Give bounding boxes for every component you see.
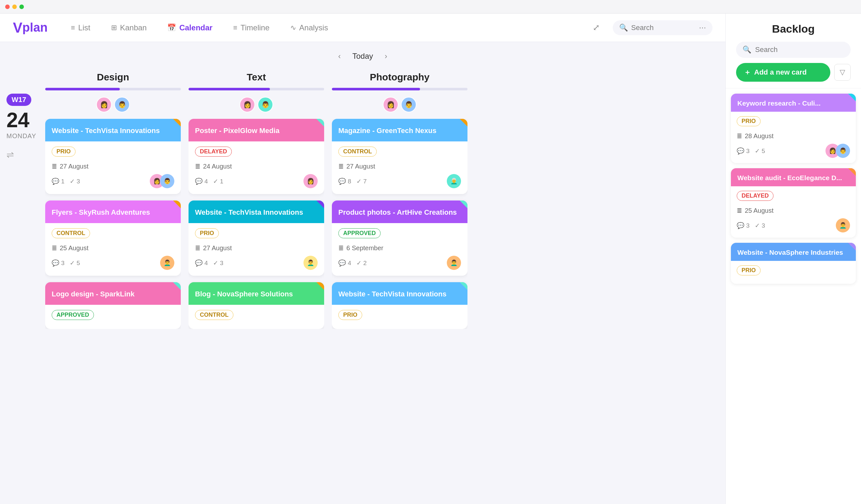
card-website-techvista-photo[interactable]: Website - TechVista Innovations PRIO [332, 282, 467, 329]
nav-timeline[interactable]: ≡ Timeline [229, 21, 273, 35]
nav-search-input[interactable] [631, 24, 696, 32]
comment-count: 💬 3 [737, 147, 750, 155]
avatar: 👨‍🦱 [836, 218, 850, 232]
card-stats: 💬 3 ✓ 3 [737, 222, 765, 229]
backlog-title: Backlog [736, 23, 851, 35]
backlog-search-wrap[interactable]: 🔍 [736, 42, 851, 58]
card-date: ≣ 24 August [195, 162, 318, 170]
date-text: 27 August [203, 244, 232, 252]
card-avatars: 👩 [303, 174, 318, 188]
column-text: Text 👩 👨 Poster - PixelGlow Media [189, 68, 324, 498]
card-header: Website - TechVista Innovations [189, 201, 324, 223]
comment-count: 💬 1 [52, 178, 65, 185]
column-design-header: Design [45, 68, 181, 88]
plus-icon: ＋ [744, 67, 751, 77]
card-date: ≣ 27 August [52, 162, 174, 170]
backlog-card-body: PRIO ≣ 28 August 💬 3 ✓ 5 👩 👨 [731, 112, 856, 163]
progress-fill-text [189, 88, 270, 91]
card-footer: 💬 4 ✓ 2 👨‍🦱 [338, 256, 461, 270]
card-website-techvista-text[interactable]: Website - TechVista Innovations PRIO ≣ 2… [189, 201, 324, 276]
progress-fill-photo [332, 88, 420, 91]
card-date: ≣ 25 August [737, 207, 850, 214]
column-text-avatars: 👩 👨 [189, 97, 324, 112]
backlog-card-header: Website audit - EcoElegance D... [731, 168, 856, 186]
date-text: 6 September [346, 244, 384, 252]
card-header: Blog - NovaSphere Solutions [189, 282, 324, 305]
badge-delayed: DELAYED [195, 147, 232, 156]
main-area: V plan ≡ List ⊞ Kanban 📅 Calendar ≡ Time… [0, 14, 725, 504]
card-product-arthive[interactable]: Product photos - ArtHive Creations APPRO… [332, 201, 467, 276]
backlog-card-title: Website - NovaSphere Industries [737, 249, 843, 256]
nav-timeline-label: Timeline [241, 23, 270, 32]
card-stats: 💬 8 ✓ 7 [338, 178, 367, 185]
card-magazine-greentech[interactable]: Magazine - GreenTech Nexus CONTROL ≣ 27 … [332, 119, 467, 194]
list-icon: ≡ [71, 24, 75, 32]
comment-count: 💬 4 [195, 259, 208, 267]
card-corner [848, 168, 856, 176]
column-design-cards: Website - TechVista Innovations PRIO ≣ 2… [45, 119, 181, 329]
prev-date-btn[interactable]: ‹ [334, 50, 344, 63]
column-text-header: Text [189, 68, 324, 88]
date-text: 24 August [203, 163, 232, 170]
card-corner [316, 282, 324, 290]
search-icon: 🔍 [619, 24, 628, 32]
card-blog-novasphere[interactable]: Blog - NovaSphere Solutions CONTROL [189, 282, 324, 329]
card-date: ≣ 27 August [338, 162, 461, 170]
shuffle-icon[interactable]: ⇌ [6, 149, 14, 160]
backlog-header: Backlog 🔍 ＋ Add a new card ▽ [726, 14, 861, 88]
card-footer: 💬 4 ✓ 3 👨‍🦱 [195, 256, 318, 270]
card-poster-pixelglow[interactable]: Poster - PixelGlow Media DELAYED ≣ 24 Au… [189, 119, 324, 194]
backlog-actions: ＋ Add a new card ▽ [736, 63, 851, 82]
next-date-btn[interactable]: › [381, 50, 391, 63]
card-corner [460, 282, 467, 290]
card-logo-sparklink[interactable]: Logo design - SparkLink APPROVED [45, 282, 181, 329]
nav-calendar[interactable]: 📅 Calendar [163, 21, 216, 35]
check-count: ✓ 7 [356, 178, 367, 185]
nav-list[interactable]: ≡ List [67, 21, 94, 35]
expand-icon[interactable]: ⤢ [593, 23, 600, 32]
avatar: 👩 [96, 97, 112, 112]
card-corner [460, 119, 467, 126]
backlog-card-website-audit[interactable]: Website audit - EcoElegance D... DELAYED… [731, 168, 856, 237]
date-text: 27 August [60, 163, 88, 170]
card-title: Product photos - ArtHive Creations [338, 208, 457, 217]
column-photography-avatars: 👩 👨 [332, 97, 467, 112]
nav-search-wrap[interactable]: 🔍 ⋯ [613, 21, 712, 35]
backlog-card-body: DELAYED ≣ 25 August 💬 3 ✓ 3 👨‍🦱 [731, 186, 856, 237]
card-avatars: 👨‍🦱 [836, 218, 850, 232]
card-corner [173, 119, 181, 126]
date-sidebar: W17 24 MONDAY ⇌ [6, 68, 45, 498]
badge-delayed: DELAYED [737, 191, 774, 201]
card-corner [316, 201, 324, 208]
maximize-dot[interactable] [19, 4, 24, 9]
filter-button[interactable]: ▽ [834, 64, 851, 81]
add-card-button[interactable]: ＋ Add a new card [736, 63, 830, 82]
nav-analysis[interactable]: ∿ Analysis [286, 21, 332, 35]
date-icon: ≣ [737, 132, 742, 140]
card-date: ≣ 27 August [195, 244, 318, 252]
backlog-card-website-novasphere[interactable]: Website - NovaSphere Industries PRIO [731, 243, 856, 284]
backlog-card-keyword-research[interactable]: Keyword research - Culi... PRIO ≣ 28 Aug… [731, 94, 856, 163]
card-website-techvista-design[interactable]: Website - TechVista Innovations PRIO ≣ 2… [45, 119, 181, 194]
nav-kanban[interactable]: ⊞ Kanban [107, 21, 151, 35]
card-title: Flyers - SkyRush Adventures [52, 208, 150, 217]
card-header: Website - TechVista Innovations [332, 282, 467, 305]
card-stats: 💬 4 ✓ 3 [195, 259, 223, 267]
logo[interactable]: V plan [13, 20, 47, 36]
close-dot[interactable] [5, 4, 10, 9]
card-header: Flyers - SkyRush Adventures [45, 201, 181, 223]
badge-prio: PRIO [737, 265, 761, 275]
backlog-card-title: Website audit - EcoElegance D... [737, 174, 842, 181]
minimize-dot[interactable] [12, 4, 17, 9]
backlog-search-input[interactable] [755, 45, 844, 54]
analysis-icon: ∿ [290, 24, 296, 32]
check-count: ✓ 3 [213, 259, 223, 267]
card-corner [173, 282, 181, 290]
badge-approved: APPROVED [52, 310, 94, 320]
date-nav: ‹ Today › [0, 42, 725, 68]
nav-analysis-label: Analysis [299, 23, 328, 32]
card-flyers-skyrush[interactable]: Flyers - SkyRush Adventures CONTROL ≣ 25… [45, 201, 181, 276]
avatar: 👩 [240, 97, 255, 112]
date-icon: ≣ [737, 207, 742, 214]
backlog-card-title: Keyword research - Culi... [737, 99, 821, 107]
